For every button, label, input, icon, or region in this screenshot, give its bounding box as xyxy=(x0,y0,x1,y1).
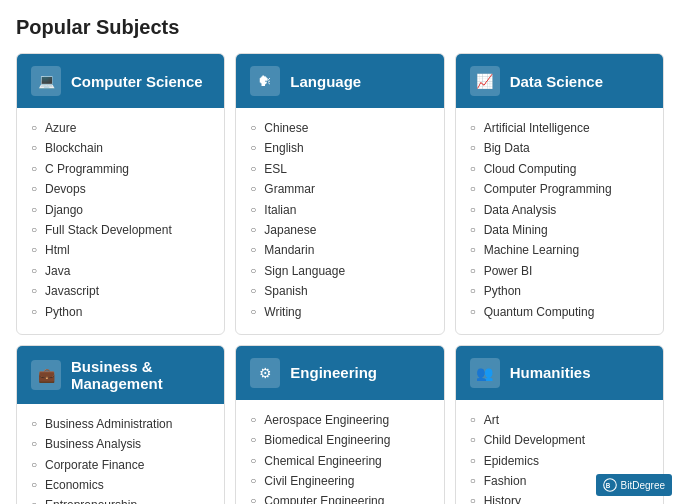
list-item[interactable]: Javascript xyxy=(31,281,210,301)
list-item[interactable]: Artificial Intelligence xyxy=(470,118,649,138)
card-header-engineering[interactable]: ⚙Engineering xyxy=(236,346,443,400)
list-item[interactable]: Art xyxy=(470,410,649,430)
list-item[interactable]: Blockchain xyxy=(31,138,210,158)
list-item[interactable]: Grammar xyxy=(250,179,429,199)
bitdegree-badge: B BitDegree xyxy=(596,474,672,496)
list-item[interactable]: Italian xyxy=(250,200,429,220)
card-computer-science: 💻Computer ScienceAzureBlockchainC Progra… xyxy=(16,53,225,335)
card-icon-data-science: 📈 xyxy=(470,66,500,96)
bitdegree-label: BitDegree xyxy=(621,480,665,491)
card-title-computer-science: Computer Science xyxy=(71,73,203,90)
subjects-grid: 💻Computer ScienceAzureBlockchainC Progra… xyxy=(16,53,664,504)
card-title-business-management: Business & Management xyxy=(71,358,210,392)
card-icon-humanities: 👥 xyxy=(470,358,500,388)
list-item[interactable]: Entrepreneurship xyxy=(31,495,210,504)
card-language: 🗣LanguageChineseEnglishESLGrammarItalian… xyxy=(235,53,444,335)
card-engineering: ⚙EngineeringAerospace EngineeringBiomedi… xyxy=(235,345,444,504)
list-item[interactable]: Power BI xyxy=(470,261,649,281)
list-item[interactable]: Aerospace Engineering xyxy=(250,410,429,430)
page-title: Popular Subjects xyxy=(16,16,664,39)
list-item[interactable]: Python xyxy=(31,302,210,322)
list-item[interactable]: Writing xyxy=(250,302,429,322)
list-item[interactable]: Spanish xyxy=(250,281,429,301)
list-item[interactable]: Civil Engineering xyxy=(250,471,429,491)
list-item[interactable]: Azure xyxy=(31,118,210,138)
list-item[interactable]: Machine Learning xyxy=(470,240,649,260)
list-item[interactable]: Chinese xyxy=(250,118,429,138)
card-body-data-science: Artificial IntelligenceBig DataCloud Com… xyxy=(456,108,663,334)
list-item[interactable]: ESL xyxy=(250,159,429,179)
list-item[interactable]: Cloud Computing xyxy=(470,159,649,179)
card-icon-business-management: 💼 xyxy=(31,360,61,390)
card-title-language: Language xyxy=(290,73,361,90)
list-item[interactable]: Full Stack Development xyxy=(31,220,210,240)
card-header-data-science[interactable]: 📈Data Science xyxy=(456,54,663,108)
card-business-management: 💼Business & ManagementBusiness Administr… xyxy=(16,345,225,504)
card-body-language: ChineseEnglishESLGrammarItalianJapaneseM… xyxy=(236,108,443,334)
list-item[interactable]: English xyxy=(250,138,429,158)
card-data-science: 📈Data ScienceArtificial IntelligenceBig … xyxy=(455,53,664,335)
list-item[interactable]: Html xyxy=(31,240,210,260)
list-item[interactable]: Mandarin xyxy=(250,240,429,260)
list-item[interactable]: Computer Programming xyxy=(470,179,649,199)
list-item[interactable]: Epidemics xyxy=(470,451,649,471)
list-item[interactable]: Japanese xyxy=(250,220,429,240)
card-header-humanities[interactable]: 👥Humanities xyxy=(456,346,663,400)
list-item[interactable]: Quantum Computing xyxy=(470,302,649,322)
list-item[interactable]: Business Analysis xyxy=(31,434,210,454)
list-item[interactable]: Economics xyxy=(31,475,210,495)
card-body-computer-science: AzureBlockchainC ProgrammingDevopsDjango… xyxy=(17,108,224,334)
card-icon-language: 🗣 xyxy=(250,66,280,96)
list-item[interactable]: Biomedical Engineering xyxy=(250,430,429,450)
list-item[interactable]: Child Development xyxy=(470,430,649,450)
card-icon-computer-science: 💻 xyxy=(31,66,61,96)
list-item[interactable]: Python xyxy=(470,281,649,301)
list-item[interactable]: Computer Engineering xyxy=(250,491,429,504)
card-body-business-management: Business AdministrationBusiness Analysis… xyxy=(17,404,224,504)
list-item[interactable]: Django xyxy=(31,200,210,220)
bitdegree-logo-icon: B xyxy=(603,478,617,492)
card-body-engineering: Aerospace EngineeringBiomedical Engineer… xyxy=(236,400,443,504)
list-item[interactable]: Data Mining xyxy=(470,220,649,240)
list-item[interactable]: Business Administration xyxy=(31,414,210,434)
list-item[interactable]: Corporate Finance xyxy=(31,455,210,475)
svg-text:B: B xyxy=(605,482,610,489)
list-item[interactable]: C Programming xyxy=(31,159,210,179)
list-item[interactable]: Devops xyxy=(31,179,210,199)
list-item[interactable]: Data Analysis xyxy=(470,200,649,220)
card-title-data-science: Data Science xyxy=(510,73,603,90)
list-item[interactable]: Chemical Engineering xyxy=(250,451,429,471)
card-header-language[interactable]: 🗣Language xyxy=(236,54,443,108)
card-icon-engineering: ⚙ xyxy=(250,358,280,388)
list-item[interactable]: Big Data xyxy=(470,138,649,158)
card-title-humanities: Humanities xyxy=(510,364,591,381)
card-header-business-management[interactable]: 💼Business & Management xyxy=(17,346,224,404)
card-header-computer-science[interactable]: 💻Computer Science xyxy=(17,54,224,108)
list-item[interactable]: Sign Language xyxy=(250,261,429,281)
card-title-engineering: Engineering xyxy=(290,364,377,381)
list-item[interactable]: Java xyxy=(31,261,210,281)
